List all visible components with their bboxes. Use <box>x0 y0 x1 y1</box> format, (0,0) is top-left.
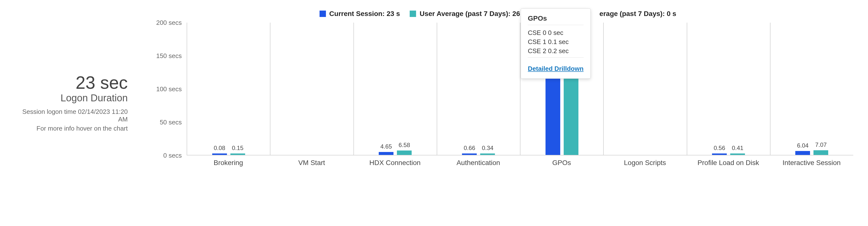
tooltip-gpos: GPOs CSE 0 0 sec CSE 1 0.1 sec CSE 2 0.2… <box>521 8 591 79</box>
chart-zone: Current Session: 23 s User Average (past… <box>143 10 853 167</box>
bar-teal[interactable]: 6.58 <box>397 150 412 155</box>
logon-duration-title: Logon Duration <box>15 92 128 104</box>
bar-value-label: 0.66 <box>464 145 475 151</box>
bar-blue[interactable]: 0.08 <box>212 153 227 155</box>
x-label: Profile Load on Disk <box>687 156 770 167</box>
bar-value-label: 6.04 <box>797 142 809 149</box>
legend-current-label: Current Session: 23 s <box>329 10 400 18</box>
bar-blue[interactable]: 0.66 <box>462 153 477 155</box>
legend-avg7-label: erage (past 7 Days): 0 s <box>599 10 676 18</box>
plot-area[interactable]: 0.080.154.656.580.660.340.560.416.047.07 <box>187 23 853 156</box>
category-authentication[interactable]: 0.660.34 <box>437 23 521 155</box>
bar-value-label: 0.56 <box>714 145 725 151</box>
bar-teal[interactable]: 7.07 <box>813 150 828 155</box>
hover-hint: For more info hover on the chart <box>15 125 128 132</box>
chart-plot[interactable]: 200 secs150 secs100 secs50 secs0 secs 0.… <box>143 23 853 156</box>
x-label: Interactive Session <box>770 156 853 167</box>
legend-average-7days[interactable]: erage (past 7 Days): 0 s <box>599 10 676 18</box>
summary-panel: 23 sec Logon Duration Session logon time… <box>15 10 133 132</box>
bar-blue[interactable]: 6.04 <box>795 151 810 155</box>
tooltip-title: GPOs <box>528 15 584 22</box>
category-brokering[interactable]: 0.080.15 <box>187 23 271 155</box>
x-label: VM Start <box>270 156 353 167</box>
y-tick: 50 secs <box>160 118 182 126</box>
chart-legend: Current Session: 23 s User Average (past… <box>143 10 853 18</box>
y-tick: 200 secs <box>156 19 182 27</box>
x-label: HDX Connection <box>353 156 437 167</box>
tooltip-row: CSE 0 0 sec <box>528 29 584 37</box>
legend-user-avg-label: User Average (past 7 Days): 26 s <box>420 10 526 18</box>
bar-blue[interactable]: 0.56 <box>712 153 727 155</box>
swatch-teal-icon <box>410 10 416 17</box>
bar-teal[interactable]: 0.34 <box>480 153 495 155</box>
category-vm-start[interactable] <box>271 23 354 155</box>
x-label: Authentication <box>437 156 520 167</box>
legend-current-session[interactable]: Current Session: 23 s <box>319 10 400 18</box>
category-interactive-session[interactable]: 6.047.07 <box>771 23 853 155</box>
x-label: Logon Scripts <box>603 156 686 167</box>
session-logon-time: Session logon time 02/14/2023 11:20 AM <box>15 108 128 123</box>
swatch-blue-icon <box>319 10 326 17</box>
category-profile-load-on-disk[interactable]: 0.560.41 <box>687 23 771 155</box>
category-logon-scripts[interactable] <box>604 23 687 155</box>
x-axis-labels: BrokeringVM StartHDX ConnectionAuthentic… <box>187 156 853 167</box>
bar-value-label: 4.65 <box>380 143 392 150</box>
detailed-drilldown-link[interactable]: Detailed Drilldown <box>528 65 584 73</box>
bar-value-label: 0.34 <box>482 145 493 151</box>
bar-value-label: 7.07 <box>815 141 827 148</box>
y-tick: 0 secs <box>163 152 182 159</box>
bar-value-label: 0.15 <box>232 145 243 151</box>
x-label: Brokering <box>187 156 270 167</box>
bar-teal[interactable]: 0.15 <box>230 153 245 155</box>
bar-value-label: 6.58 <box>399 142 410 148</box>
logon-duration-value: 23 sec <box>15 74 128 91</box>
tooltip-row: CSE 1 0.1 sec <box>528 38 584 46</box>
x-label: GPOs <box>520 156 603 167</box>
bar-blue[interactable]: 4.65 <box>379 152 394 155</box>
bar-teal[interactable]: 0.41 <box>730 153 745 155</box>
legend-user-average[interactable]: User Average (past 7 Days): 26 s <box>410 10 526 18</box>
tooltip-row: CSE 2 0.2 sec <box>528 47 584 55</box>
bar-value-label: 0.08 <box>214 145 225 151</box>
category-hdx-connection[interactable]: 4.656.58 <box>354 23 437 155</box>
y-tick: 150 secs <box>156 52 182 60</box>
bar-value-label: 0.41 <box>732 145 743 151</box>
y-axis: 200 secs150 secs100 secs50 secs0 secs <box>143 23 187 156</box>
y-tick: 100 secs <box>156 85 182 93</box>
